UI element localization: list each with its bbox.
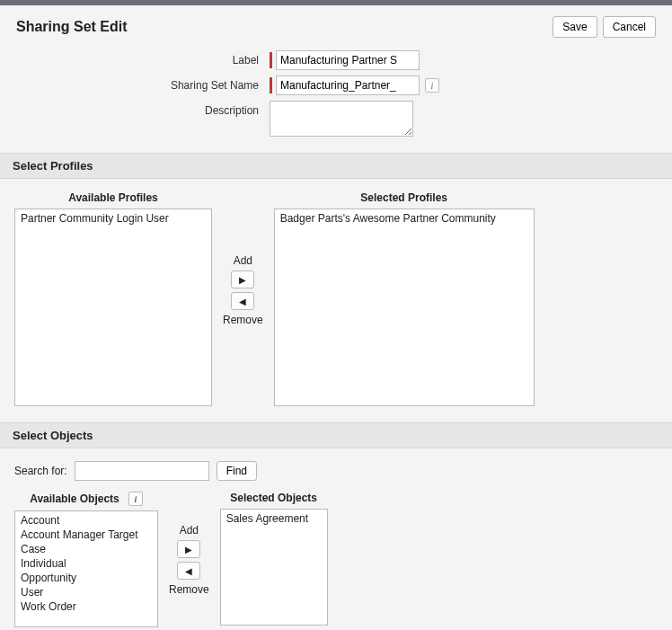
profiles-duallist: Available Profiles Partner Community Log…	[14, 191, 658, 406]
profiles-section-header: Select Profiles	[0, 153, 672, 179]
list-item[interactable]: Account Manager Target	[19, 528, 154, 542]
add-profile-button[interactable]: ▶	[231, 271, 254, 288]
list-item[interactable]: Partner Community Login User	[19, 211, 208, 226]
form-area: Label Sharing Set Name i Description	[0, 47, 672, 153]
label-label: Label	[0, 50, 270, 67]
profiles-section-body: Available Profiles Partner Community Log…	[0, 179, 672, 422]
selected-profiles-title: Selected Profiles	[360, 191, 447, 204]
required-indicator	[270, 52, 272, 68]
list-item[interactable]: Account	[19, 513, 154, 528]
available-objects-listbox[interactable]: AccountAccount Manager TargetCaseIndivid…	[14, 510, 158, 627]
add-label: Add	[180, 524, 199, 537]
available-profiles-listbox[interactable]: Partner Community Login User	[14, 209, 212, 406]
arrow-right-icon: ▶	[185, 545, 192, 555]
remove-label: Remove	[223, 314, 263, 326]
form-row-name: Sharing Set Name i	[0, 75, 672, 95]
available-objects-title-text: Available Objects	[30, 492, 119, 505]
info-icon[interactable]: i	[128, 492, 143, 506]
save-button[interactable]: Save	[553, 16, 597, 38]
objects-section-body: Search for: Find Available Objects i Acc…	[0, 448, 672, 630]
list-item[interactable]: Sales Agreement	[225, 511, 323, 526]
arrow-right-icon: ▶	[239, 275, 246, 285]
list-item[interactable]: Case	[19, 542, 154, 556]
list-item[interactable]: Work Order	[19, 599, 154, 614]
objects-shuttle: Add ▶ ◀ Remove	[158, 522, 220, 598]
available-objects-title: Available Objects i	[30, 492, 143, 506]
objects-search-row: Search for: Find	[14, 461, 658, 481]
label-input[interactable]	[276, 50, 420, 70]
add-object-button[interactable]: ▶	[177, 540, 200, 558]
list-item[interactable]: User	[19, 585, 154, 599]
list-item[interactable]: Individual	[19, 556, 154, 571]
form-row-label: Label	[0, 50, 672, 70]
list-item[interactable]: Badger Parts's Awesome Partner Community	[279, 211, 530, 226]
selected-objects-col: Selected Objects Sales Agreement	[220, 492, 328, 626]
list-item[interactable]: Opportunity	[19, 571, 154, 585]
search-for-label: Search for:	[14, 465, 67, 477]
selected-profiles-listbox[interactable]: Badger Parts's Awesome Partner Community	[274, 209, 535, 406]
arrow-left-icon: ◀	[239, 297, 246, 306]
description-label: Description	[0, 101, 270, 117]
selected-objects-title: Selected Objects	[230, 492, 317, 504]
page-title: Sharing Set Edit	[16, 19, 128, 35]
available-profiles-title: Available Profiles	[68, 191, 158, 204]
objects-section-header: Select Objects	[0, 422, 672, 448]
remove-profile-button[interactable]: ◀	[231, 292, 254, 310]
name-label: Sharing Set Name	[0, 75, 270, 92]
remove-object-button[interactable]: ◀	[177, 562, 200, 580]
form-row-description: Description	[0, 101, 672, 137]
available-profiles-col: Available Profiles Partner Community Log…	[14, 191, 212, 406]
remove-label: Remove	[169, 583, 209, 596]
header-row: Sharing Set Edit Save Cancel	[0, 5, 672, 47]
required-indicator	[270, 77, 272, 93]
main-content: Sharing Set Edit Save Cancel Label Shari…	[0, 5, 672, 630]
header-buttons: Save Cancel	[547, 16, 656, 38]
description-textarea[interactable]	[270, 101, 413, 137]
cancel-button[interactable]: Cancel	[603, 16, 656, 38]
search-input[interactable]	[75, 461, 209, 481]
arrow-left-icon: ◀	[185, 566, 192, 576]
selected-objects-listbox[interactable]: Sales Agreement	[220, 509, 328, 626]
available-objects-col: Available Objects i AccountAccount Manag…	[14, 492, 158, 627]
add-label: Add	[234, 254, 252, 267]
objects-duallist: Available Objects i AccountAccount Manag…	[14, 492, 658, 627]
find-button[interactable]: Find	[217, 461, 257, 481]
info-icon[interactable]: i	[425, 78, 439, 93]
name-input[interactable]	[276, 75, 420, 95]
profiles-shuttle: Add ▶ ◀ Remove	[212, 253, 274, 328]
selected-profiles-col: Selected Profiles Badger Parts's Awesome…	[274, 191, 535, 406]
